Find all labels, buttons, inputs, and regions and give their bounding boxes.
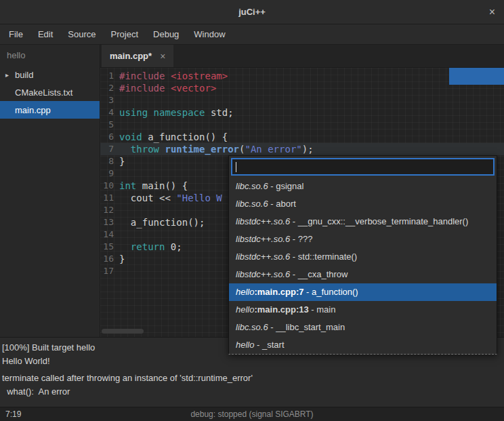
tab-close-icon[interactable]: ×	[160, 51, 165, 62]
line-number: 13	[100, 216, 119, 228]
line-number: 16	[100, 253, 119, 265]
project-name: hello	[0, 45, 100, 66]
stack-list: libc.so.6 - gsignallibc.so.6 - abortlibs…	[229, 178, 497, 354]
line-number: 14	[100, 228, 119, 241]
line-number: 15	[100, 241, 119, 253]
vertical-scrollbar-thumb[interactable]	[449, 68, 504, 85]
text-caret	[236, 162, 236, 172]
stack-item[interactable]: libstdc++.so.6 - ???	[229, 230, 497, 248]
horizontal-scrollbar-thumb[interactable]	[102, 329, 144, 334]
line-number: 10	[100, 180, 119, 192]
menu-edit[interactable]: Edit	[30, 24, 60, 44]
line-number: 8	[100, 155, 119, 167]
line-number: 2	[100, 82, 119, 94]
sidebar-item-build[interactable]: ▸ build	[0, 66, 100, 83]
tree-item-label: main.cpp	[15, 105, 51, 115]
line-number: 12	[100, 204, 119, 216]
stack-filter-input[interactable]	[231, 158, 495, 176]
output-line: Hello World!	[2, 355, 501, 368]
stack-item[interactable]: hello:main.cpp:7 - a_function()	[229, 283, 497, 301]
titlebar: juCi++ ×	[0, 0, 504, 24]
menu-window[interactable]: Window	[186, 24, 232, 44]
line-number: 17	[100, 265, 119, 277]
stack-item[interactable]: libc.so.6 - __libc_start_main	[229, 319, 497, 336]
code-line[interactable]: 2#include <vector>	[100, 82, 504, 94]
menu-project[interactable]: Project	[104, 24, 146, 44]
menu-file[interactable]: File	[1, 24, 30, 44]
stack-item[interactable]: libstdc++.so.6 - __cxa_throw	[229, 266, 497, 283]
tab-maincpp[interactable]: main.cpp* ×	[102, 45, 173, 67]
line-number: 6	[100, 131, 119, 143]
output-line: terminate called after throwing an insta…	[2, 372, 501, 385]
menu-debug[interactable]: Debug	[146, 24, 186, 44]
sidebar-item-cmakelists[interactable]: CMakeLists.txt	[0, 83, 100, 101]
line-number: 7	[100, 143, 119, 155]
tree-item-label: build	[15, 70, 33, 80]
statusbar: 7:19 debug: stopped (signal SIGABRT)	[0, 407, 504, 421]
tab-label: main.cpp*	[110, 51, 152, 61]
output-line: what(): An error	[2, 385, 501, 399]
stack-item[interactable]: hello:main.cpp:13 - main	[229, 301, 497, 319]
line-number: 11	[100, 192, 119, 204]
stack-item[interactable]: libstdc++.so.6 - __gnu_cxx::__verbose_te…	[229, 213, 497, 230]
stack-item[interactable]: hello - _start	[229, 336, 497, 354]
stacktrace-popup: libc.so.6 - gsignallibc.so.6 - abortlibs…	[228, 155, 497, 355]
code-line[interactable]: 5	[100, 119, 504, 131]
menu-source[interactable]: Source	[60, 24, 103, 44]
code-line[interactable]: 7 throw runtime_error("An error");	[100, 143, 504, 155]
cursor-position: 7:19	[0, 409, 21, 419]
stack-item[interactable]: libc.so.6 - gsignal	[229, 178, 497, 195]
code-line[interactable]: 3	[100, 94, 504, 106]
line-number: 4	[100, 106, 119, 119]
tabbar: main.cpp* ×	[100, 45, 504, 68]
code-line[interactable]: 4using namespace std;	[100, 106, 504, 119]
line-number: 9	[100, 167, 119, 180]
stack-item[interactable]: libc.so.6 - abort	[229, 195, 497, 213]
stack-item[interactable]: libstdc++.so.6 - std::terminate()	[229, 248, 497, 266]
code-line[interactable]: 1#include <iostream>	[100, 70, 504, 82]
tree-item-label: CMakeLists.txt	[15, 87, 72, 98]
menubar: File Edit Source Project Debug Window	[0, 24, 504, 45]
debug-status: debug: stopped (signal SIGABRT)	[190, 409, 313, 419]
line-number: 5	[100, 119, 119, 131]
expander-icon[interactable]: ▸	[5, 71, 9, 79]
close-window-icon[interactable]: ×	[489, 7, 495, 18]
line-number: 1	[100, 70, 119, 82]
sidebar-item-maincpp[interactable]: main.cpp	[0, 101, 100, 119]
line-number: 3	[100, 94, 119, 106]
file-tree-sidebar: hello ▸ build CMakeLists.txt main.cpp	[0, 45, 100, 337]
window-title: juCi++	[238, 7, 266, 17]
code-line[interactable]: 6void a_function() {	[100, 131, 504, 143]
